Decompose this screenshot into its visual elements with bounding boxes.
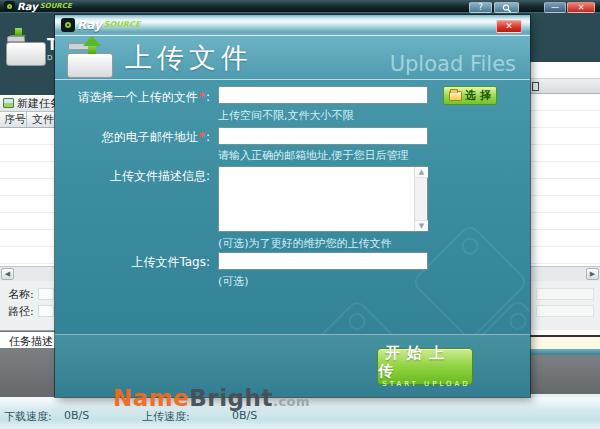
upload-folder-icon <box>67 38 113 78</box>
address-bar-fragment <box>530 62 600 79</box>
minimize-button[interactable]: — <box>544 2 566 13</box>
tab-row: 任务描述 <box>0 330 55 348</box>
download-folder-icon <box>6 32 46 66</box>
description-hint: (可选)为了更好的维护您的上传文件 <box>218 236 392 251</box>
brand-source: SOURCE <box>104 21 141 29</box>
upload-arrow-icon <box>83 36 101 54</box>
raysource-logo: Ray SOURCE <box>61 18 140 32</box>
banner-text-fragment: D <box>47 54 52 62</box>
tags-label: 上传文件Tags: <box>55 254 210 271</box>
email-label: 您的电子邮件地址*: <box>55 129 210 146</box>
main-window-right-sliver <box>530 13 600 397</box>
raysource-logo-icon <box>4 1 15 12</box>
dialog-titlebar: Ray SOURCE ✕ <box>55 15 530 36</box>
toolbar: 新建任务 <box>0 95 55 112</box>
dialog-header: 上传文件 Upload Files <box>55 36 530 80</box>
email-input[interactable] <box>218 127 428 145</box>
new-task-icon <box>3 98 14 108</box>
path-label: 路径: <box>8 304 34 319</box>
path-value <box>38 305 54 317</box>
column-header-filename[interactable]: 文件名 <box>27 112 55 127</box>
task-table <box>0 128 55 266</box>
select-file-button[interactable]: 选 择 <box>443 86 497 105</box>
dialog-title: 上传文件 <box>125 40 253 76</box>
folder-select-icon <box>449 91 462 101</box>
raysource-logo-icon <box>61 18 75 32</box>
brand-source: SOURCE <box>40 3 72 10</box>
upload-dialog: Ray SOURCE ✕ 上传文件 Upload Files 请选择一个上传的文… <box>55 15 530 397</box>
search-button[interactable] <box>494 2 519 13</box>
description-panel <box>0 348 55 397</box>
file-path-input[interactable] <box>218 86 428 104</box>
dialog-close-button[interactable]: ✕ <box>496 20 522 33</box>
brand-ray: Ray <box>77 19 102 31</box>
scroll-up-icon[interactable]: ▲ <box>415 167 428 178</box>
name-value <box>38 288 54 300</box>
raysource-logo: Ray SOURCE <box>4 1 72 12</box>
brand-ray: Ray <box>17 2 38 12</box>
tags-hint: (可选) <box>218 274 249 289</box>
description-label: 上传文件描述信息: <box>55 168 210 185</box>
tab-task-description[interactable]: 任务描述 <box>0 331 55 349</box>
namebright-watermark: NameBright.com <box>113 385 310 411</box>
tags-input[interactable] <box>218 252 428 270</box>
help-button[interactable]: ? <box>469 2 492 13</box>
close-button[interactable]: ✕ <box>567 2 595 13</box>
column-header-index[interactable]: 序号 <box>0 112 27 127</box>
scroll-left-icon[interactable]: ◀ <box>1 268 14 280</box>
description-textarea[interactable] <box>218 166 428 232</box>
textarea-scrollbar[interactable]: ▲ ▼ <box>414 167 427 231</box>
table-header-fragment <box>530 79 600 94</box>
scroll-down-icon[interactable]: ▼ <box>415 220 428 231</box>
clipped-icon <box>532 82 539 91</box>
new-task-button[interactable]: 新建任务 <box>17 96 55 111</box>
info-panel-fragment <box>530 281 600 330</box>
table-header: 序号 文件名 <box>0 112 55 128</box>
search-icon <box>502 4 512 13</box>
description-panel <box>530 355 600 394</box>
scroll-right-icon[interactable]: ▶ <box>586 268 599 280</box>
horizontal-scrollbar[interactable]: ◀ <box>0 266 55 281</box>
task-info-panel: 名称: 路径: <box>0 281 55 330</box>
email-hint: 请输入正确的邮箱地址,便于您日后管理 <box>218 148 409 163</box>
file-label: 请选择一个上传的文件*: <box>55 89 210 106</box>
upload-speed-label: 上传速度: <box>142 409 190 424</box>
dialog-subtitle: Upload Files <box>390 52 516 76</box>
start-upload-button[interactable]: 开始上传 START UPLOAD <box>377 348 473 385</box>
file-hint: 上传空间不限,文件大小不限 <box>218 108 354 123</box>
name-label: 名称: <box>8 287 34 302</box>
download-speed-label: 下载速度: <box>4 409 52 424</box>
horizontal-scrollbar[interactable]: ▶ <box>530 266 600 281</box>
task-table <box>530 94 600 266</box>
download-speed-value: 0B/S <box>64 409 89 422</box>
main-titlebar: Ray SOURCE ? — ✕ <box>0 0 600 13</box>
screenshot-root: Ray SOURCE ? — ✕ T D 新建任务 序号 文件名 ◀ 名称: 路… <box>0 0 600 429</box>
